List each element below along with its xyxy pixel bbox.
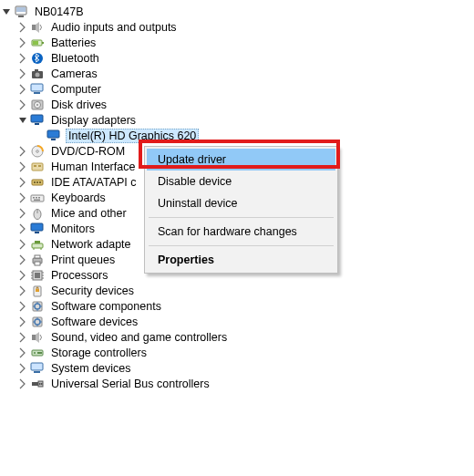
tree-node-label: Monitors bbox=[49, 222, 97, 235]
keyboard-icon bbox=[29, 191, 46, 205]
softcomp-icon bbox=[29, 299, 46, 314]
tree-node-row[interactable]: Cameras bbox=[0, 66, 474, 81]
chevron-right-icon[interactable] bbox=[16, 329, 29, 345]
tree-node-row[interactable]: Batteries bbox=[0, 35, 474, 50]
softdev-icon bbox=[29, 315, 46, 329]
audio-icon bbox=[29, 20, 46, 35]
tree-node-row[interactable]: Storage controllers bbox=[0, 345, 474, 360]
display-icon bbox=[29, 113, 46, 128]
chevron-right-icon[interactable] bbox=[16, 19, 29, 35]
system-icon bbox=[29, 361, 46, 376]
menu-scan-hardware-changes[interactable]: Scan for hardware changes bbox=[147, 221, 335, 243]
network-icon bbox=[29, 237, 46, 252]
tree-node-row[interactable]: Disk drives bbox=[0, 97, 474, 112]
chevron-right-icon[interactable] bbox=[16, 376, 29, 391]
chevron-right-icon[interactable] bbox=[16, 50, 29, 66]
tree-node-label: Disk drives bbox=[49, 98, 108, 111]
display-icon bbox=[46, 129, 62, 143]
printer-icon bbox=[29, 253, 46, 267]
chevron-down-icon[interactable] bbox=[16, 112, 29, 128]
tree-node-label: Batteries bbox=[49, 36, 98, 49]
tree-node-label: DVD/CD-ROM bbox=[49, 145, 127, 158]
tree-node-label: Human Interface bbox=[49, 160, 137, 173]
tree-root-label: NB0147B bbox=[33, 5, 86, 18]
chevron-right-icon[interactable] bbox=[16, 345, 29, 360]
tree-node-label: Universal Serial Bus controllers bbox=[49, 378, 211, 390]
tree-node-label: Mice and other bbox=[49, 207, 129, 220]
tree-node-row[interactable]: System devices bbox=[0, 360, 474, 376]
tree-node-label: Cameras bbox=[49, 67, 99, 80]
disk-icon bbox=[29, 98, 46, 112]
menu-update-driver[interactable]: Update driver bbox=[147, 149, 335, 171]
dvd-icon bbox=[29, 144, 46, 159]
tree-node-row[interactable]: Audio inputs and outputs bbox=[0, 19, 474, 35]
bluetooth-icon bbox=[29, 51, 46, 66]
camera-icon bbox=[29, 67, 46, 81]
tree-node-label: Bluetooth bbox=[49, 52, 101, 65]
tree-node-row[interactable]: Security devices bbox=[0, 283, 474, 298]
tree-node-label: Display adapters bbox=[49, 114, 138, 127]
chevron-right-icon[interactable] bbox=[16, 252, 29, 267]
chevron-right-icon[interactable] bbox=[16, 360, 29, 376]
tree-node-row[interactable]: Universal Serial Bus controllers bbox=[0, 376, 474, 391]
tree-node-row[interactable]: Sound, video and game controllers bbox=[0, 329, 474, 345]
chevron-right-icon[interactable] bbox=[16, 267, 29, 283]
menu-uninstall-device[interactable]: Uninstall device bbox=[147, 192, 335, 214]
chevron-right-icon[interactable] bbox=[16, 190, 29, 205]
tree-node-label: Storage controllers bbox=[49, 347, 149, 359]
hid-icon bbox=[29, 160, 46, 174]
menu-separator bbox=[149, 245, 334, 246]
tree-node-row[interactable]: Computer bbox=[0, 81, 474, 97]
tree-leaf-toggle[interactable] bbox=[33, 128, 46, 143]
chevron-right-icon[interactable] bbox=[16, 221, 29, 236]
chevron-down-icon[interactable] bbox=[0, 4, 13, 19]
tree-node-label: Print queues bbox=[49, 254, 117, 266]
chevron-right-icon[interactable] bbox=[16, 174, 29, 190]
chevron-right-icon[interactable] bbox=[16, 298, 29, 314]
root-computer-icon bbox=[13, 5, 29, 19]
tree-node-label: Audio inputs and outputs bbox=[49, 21, 179, 34]
tree-node-label: Sound, video and game controllers bbox=[49, 331, 229, 344]
tree-node-row[interactable]: Bluetooth bbox=[0, 50, 474, 66]
chevron-right-icon[interactable] bbox=[16, 143, 29, 159]
tree-node-label: IDE ATA/ATAPI c bbox=[49, 176, 139, 189]
chevron-right-icon[interactable] bbox=[16, 35, 29, 50]
chevron-right-icon[interactable] bbox=[16, 283, 29, 298]
tree-node-label: System devices bbox=[49, 362, 133, 375]
tree-root-row[interactable]: NB0147B bbox=[0, 4, 474, 19]
mouse-icon bbox=[29, 206, 46, 221]
chevron-right-icon[interactable] bbox=[16, 66, 29, 81]
tree-node-label: Intel(R) HD Graphics 620 bbox=[66, 129, 199, 143]
battery-icon bbox=[29, 36, 46, 50]
computer-icon bbox=[29, 82, 46, 97]
security-icon bbox=[29, 284, 46, 298]
tree-node-label: Keyboards bbox=[49, 191, 108, 204]
storage-icon bbox=[29, 346, 46, 360]
chevron-right-icon[interactable] bbox=[16, 159, 29, 174]
sound-icon bbox=[29, 330, 46, 345]
cpu-icon bbox=[29, 268, 46, 283]
chevron-right-icon[interactable] bbox=[16, 236, 29, 252]
chevron-right-icon[interactable] bbox=[16, 314, 29, 329]
monitor-icon bbox=[29, 222, 46, 236]
menu-separator bbox=[149, 217, 334, 218]
ide-icon bbox=[29, 175, 46, 190]
context-menu[interactable]: Update driver Disable device Uninstall d… bbox=[144, 146, 338, 274]
tree-node-label: Computer bbox=[49, 83, 103, 96]
tree-node-row[interactable]: Software devices bbox=[0, 314, 474, 329]
menu-properties[interactable]: Properties bbox=[147, 249, 335, 271]
menu-disable-device[interactable]: Disable device bbox=[147, 171, 335, 192]
chevron-right-icon[interactable] bbox=[16, 81, 29, 97]
tree-node-label: Network adapte bbox=[49, 238, 133, 251]
chevron-right-icon[interactable] bbox=[16, 97, 29, 112]
usb-icon bbox=[29, 377, 46, 391]
tree-node-label: Software devices bbox=[49, 316, 139, 328]
tree-child-row[interactable]: Intel(R) HD Graphics 620 bbox=[0, 128, 474, 143]
tree-node-label: Software components bbox=[49, 300, 163, 313]
tree-node-row[interactable]: Software components bbox=[0, 298, 474, 314]
tree-node-label: Security devices bbox=[49, 285, 136, 297]
chevron-right-icon[interactable] bbox=[16, 205, 29, 221]
tree-node-label: Processors bbox=[49, 269, 110, 282]
tree-node-row[interactable]: Display adapters bbox=[0, 112, 474, 128]
